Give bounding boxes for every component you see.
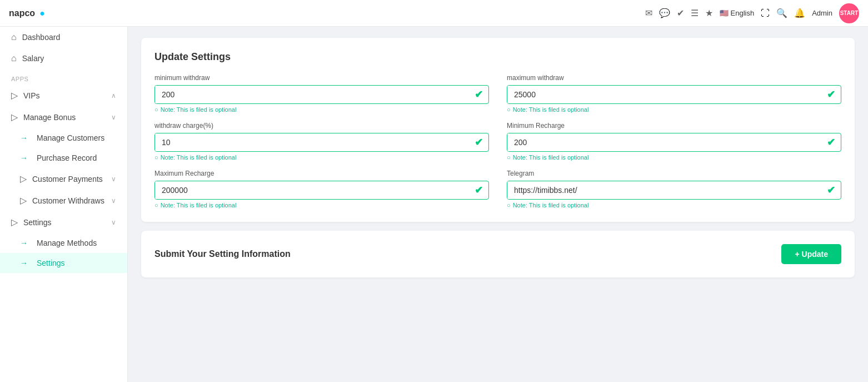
min-withdraw-check-icon: ✔ <box>469 88 488 101</box>
sidebar-item-label: Salary <box>22 54 44 63</box>
max-recharge-label: Maximum Recharge <box>154 170 489 177</box>
home-icon: ⌂ <box>11 32 17 42</box>
max-withdraw-note: ○ Note: This is filed is optional <box>507 106 841 113</box>
sidebar-item-manage-methods[interactable]: → Manage Methods <box>0 233 127 253</box>
note-circle-icon: ○ <box>507 154 511 161</box>
min-withdraw-input-wrapper: ✔ <box>154 85 489 104</box>
settings-arrow-icon: ▷ <box>11 217 18 227</box>
flag-icon: 🇺🇸 <box>720 9 729 17</box>
sidebar-item-manage-customers[interactable]: → Manage Customers <box>0 128 127 148</box>
form-group-telegram: Telegram ✔ ○ Note: This is filed is opti… <box>507 170 841 209</box>
arrow-right-active-icon: → <box>20 259 28 267</box>
sidebar-item-label: Customer Payments <box>32 175 103 183</box>
vips-arrow-icon: ▷ <box>11 90 18 101</box>
max-recharge-check-icon: ✔ <box>469 184 488 196</box>
note-circle-icon: ○ <box>154 202 158 209</box>
fullscreen-icon[interactable]: ⛶ <box>761 8 770 18</box>
note-circle-icon: ○ <box>154 106 158 113</box>
sidebar-item-label: Manage Bonus <box>23 113 76 122</box>
sidebar-item-label: Settings <box>37 259 65 267</box>
sidebar-item-customer-payments[interactable]: ▷ Customer Payments ∨ <box>0 168 127 190</box>
menu-icon[interactable]: ☰ <box>691 8 699 18</box>
chevron-up-icon: ∧ <box>111 92 116 100</box>
chevron-down-icon: ∨ <box>111 113 116 121</box>
submit-title: Submit Your Setting Information <box>154 249 291 259</box>
withdraw-charge-label: withdraw charge(%) <box>154 122 489 130</box>
bell-icon[interactable]: 🔔 <box>794 8 805 18</box>
telegram-note: ○ Note: This is filed is optional <box>507 202 841 209</box>
sidebar: ⌂ Dashboard ⌂ Salary APPS ▷ VIPs ∧ ▷ Man… <box>0 27 128 382</box>
sidebar-item-purchase-record[interactable]: → Purchase Record <box>0 148 127 168</box>
min-withdraw-note: ○ Note: This is filed is optional <box>154 106 489 113</box>
min-recharge-input-wrapper: ✔ <box>507 133 841 152</box>
update-settings-card: Update Settings minimum withdraw ✔ ○ Not… <box>141 38 855 222</box>
update-button[interactable]: + Update <box>781 244 841 264</box>
form-group-min-recharge: Minimum Recharge ✔ ○ Note: This is filed… <box>507 122 841 161</box>
telegram-check-icon: ✔ <box>821 184 841 196</box>
salary-home-icon: ⌂ <box>11 53 17 63</box>
max-recharge-input-wrapper: ✔ <box>154 181 489 200</box>
sidebar-item-label: Manage Methods <box>37 239 97 247</box>
main-content: Update Settings minimum withdraw ✔ ○ Not… <box>128 27 868 382</box>
note-circle-icon: ○ <box>507 106 511 113</box>
logo-icon: ● <box>39 8 45 18</box>
form-group-max-withdraw: maximum withdraw ✔ ○ Note: This is filed… <box>507 74 841 113</box>
sidebar-item-settings[interactable]: → Settings <box>0 253 127 273</box>
sidebar-item-label: Dashboard <box>22 33 61 42</box>
withdraw-charge-input[interactable] <box>155 133 469 151</box>
admin-label: Admin <box>812 9 832 17</box>
sidebar-item-vips[interactable]: ▷ VIPs ∧ <box>0 85 127 106</box>
telegram-label: Telegram <box>507 170 841 177</box>
min-withdraw-label: minimum withdraw <box>154 74 489 82</box>
top-bar: napco ● ✉ 💬 ✔ ☰ ★ 🇺🇸 English ⛶ 🔍 🔔 Admin… <box>0 0 868 27</box>
min-recharge-label: Minimum Recharge <box>507 122 841 130</box>
arrow-right-icon: → <box>20 153 28 162</box>
chevron-icon: ∨ <box>111 175 116 183</box>
layout: ⌂ Dashboard ⌂ Salary APPS ▷ VIPs ∧ ▷ Man… <box>0 27 868 382</box>
language-selector[interactable]: 🇺🇸 English <box>720 9 755 17</box>
sidebar-item-customer-withdraws[interactable]: ▷ Customer Withdraws ∨ <box>0 190 127 211</box>
telegram-input[interactable] <box>507 181 821 199</box>
settings-form-grid: minimum withdraw ✔ ○ Note: This is filed… <box>154 74 841 209</box>
top-bar-icons: ✉ 💬 ✔ ☰ ★ <box>645 8 713 18</box>
telegram-input-wrapper: ✔ <box>507 181 841 200</box>
apps-label: APPS <box>0 69 127 85</box>
max-withdraw-input[interactable] <box>507 86 821 103</box>
note-circle-icon: ○ <box>507 202 511 209</box>
sidebar-item-label: VIPs <box>23 91 40 100</box>
chat-icon[interactable]: 💬 <box>659 8 670 18</box>
bonus-arrow-icon: ▷ <box>11 112 18 122</box>
form-group-withdraw-charge: withdraw charge(%) ✔ ○ Note: This is fil… <box>154 122 489 161</box>
min-recharge-check-icon: ✔ <box>821 136 841 148</box>
mail-icon[interactable]: ✉ <box>645 8 652 18</box>
sidebar-item-label: Customer Withdraws <box>32 196 104 205</box>
sidebar-item-settings-group[interactable]: ▷ Settings ∨ <box>0 211 127 233</box>
chevron-icon: ∨ <box>111 197 116 205</box>
withdraws-arrow-icon: ▷ <box>20 195 27 206</box>
form-group-min-withdraw: minimum withdraw ✔ ○ Note: This is filed… <box>154 74 489 113</box>
max-withdraw-input-wrapper: ✔ <box>507 85 841 104</box>
search-icon[interactable]: 🔍 <box>776 8 787 18</box>
sidebar-item-label: Purchase Record <box>37 153 97 162</box>
withdraw-charge-input-wrapper: ✔ <box>154 133 489 152</box>
update-settings-title: Update Settings <box>154 51 841 63</box>
app-logo: napco <box>9 8 35 18</box>
arrow-right-icon: → <box>20 133 28 142</box>
sidebar-item-dashboard[interactable]: ⌂ Dashboard <box>0 27 127 48</box>
sidebar-item-label: Manage Customers <box>37 133 104 142</box>
top-bar-left: napco ● <box>9 8 45 18</box>
language-label: English <box>731 9 755 17</box>
chevron-down-icon: ∨ <box>111 219 116 226</box>
start-button[interactable]: START <box>839 3 859 23</box>
check-icon[interactable]: ✔ <box>677 8 684 18</box>
withdraw-charge-note: ○ Note: This is filed is optional <box>154 154 489 161</box>
sidebar-item-manage-bonus[interactable]: ▷ Manage Bonus ∨ <box>0 106 127 128</box>
min-recharge-input[interactable] <box>507 133 821 151</box>
arrow-right-icon: → <box>20 239 28 247</box>
note-circle-icon: ○ <box>154 154 158 161</box>
star-icon[interactable]: ★ <box>705 8 713 18</box>
submit-card: Submit Your Setting Information + Update <box>141 231 855 277</box>
min-withdraw-input[interactable] <box>155 86 469 103</box>
sidebar-item-salary[interactable]: ⌂ Salary <box>0 48 127 69</box>
max-recharge-input[interactable] <box>155 181 469 199</box>
